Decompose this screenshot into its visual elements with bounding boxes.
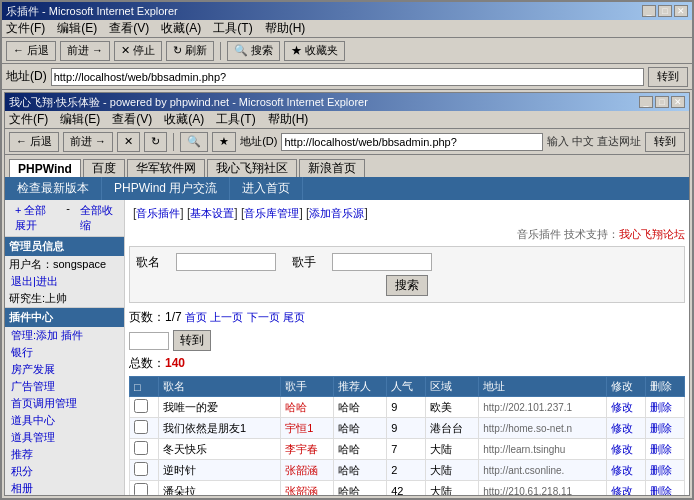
song-checkbox-3[interactable] [134,462,148,476]
plugin-realestate[interactable]: 房产发展 [5,361,124,378]
row-edit-2[interactable]: 修改 [606,439,645,460]
singer-input[interactable] [332,253,432,271]
minimize-btn[interactable]: _ [642,5,656,17]
outer-browser-window: 乐插件 - Microsoft Internet Explorer _ □ ✕ … [0,0,694,500]
next-page-link[interactable]: 下一页 [247,311,280,323]
sidebar-login-link[interactable]: 退出|进出 [5,273,124,290]
inner-restore-btn[interactable]: □ [655,96,669,108]
plugin-manage-add[interactable]: 管理:添加 插件 [5,327,124,344]
search-btn-outer[interactable]: 🔍 搜索 [227,41,280,61]
refresh-btn-outer[interactable]: ↻ 刷新 [166,41,214,61]
row-song-4: 潘朵拉 [158,481,280,496]
menu-view-inner[interactable]: 查看(V) [112,111,152,128]
breadcrumb-basic-settings[interactable]: 基本设置 [190,207,234,219]
row-edit-4[interactable]: 修改 [606,481,645,496]
row-delete-1[interactable]: 删除 [645,418,684,439]
first-page-link[interactable]: 首页 [185,311,207,323]
breadcrumb-add-music[interactable]: 添加音乐源 [309,207,364,219]
menu-file-inner[interactable]: 文件(F) [9,111,48,128]
plugin-points[interactable]: 积分 [5,463,124,480]
stop-btn-inner[interactable]: ✕ [117,132,140,152]
row-edit-3[interactable]: 修改 [606,460,645,481]
search-btn-inner[interactable]: 🔍 [180,132,208,152]
breadcrumb-music-library[interactable]: 音乐库管理 [244,207,299,219]
song-name-input[interactable] [176,253,276,271]
col-delete: 删除 [645,377,684,397]
row-checkbox [130,460,159,481]
row-checkbox [130,481,159,496]
outer-go-btn[interactable]: 转到 [648,67,688,87]
tech-support-link[interactable]: 我心飞翔论坛 [619,228,685,240]
plugin-homepage-mgr[interactable]: 首页调用管理 [5,395,124,412]
prev-page-link[interactable]: 上一页 [210,311,243,323]
song-checkbox-1[interactable] [134,420,148,434]
plugin-album[interactable]: 相册 [5,480,124,495]
nav-enter-homepage[interactable]: 进入首页 [230,177,303,200]
plugin-tools-mgr[interactable]: 道具管理 [5,429,124,446]
inner-menu-bar: 文件(F) 编辑(E) 查看(V) 收藏(A) 工具(T) 帮助(H) [5,111,689,129]
menu-tools-inner[interactable]: 工具(T) [216,111,255,128]
row-delete-2[interactable]: 删除 [645,439,684,460]
nav-check-update[interactable]: 检查最新版本 [5,177,102,200]
menu-favorites-inner[interactable]: 收藏(A) [164,111,204,128]
menu-help-inner[interactable]: 帮助(H) [268,111,309,128]
outer-toolbar: ← 后退 前进 → ✕ 停止 ↻ 刷新 🔍 搜索 ★ 收藏夹 [2,38,692,64]
table-row: 冬天快乐 李宇春 哈哈 7 大陆 http://learn.tsinghu 修改… [130,439,685,460]
inner-close-btn[interactable]: ✕ [671,96,685,108]
row-recommender-2: 哈哈 [334,439,387,460]
close-btn[interactable]: ✕ [674,5,688,17]
refresh-btn-inner[interactable]: ↻ [144,132,167,152]
last-page-link[interactable]: 尾页 [283,311,305,323]
nav-user-exchange[interactable]: PHPWind 用户交流 [102,177,230,200]
pagination: 页数：1/7 首页 上一页 下一页 尾页 [129,309,685,326]
row-song-1: 我们依然是朋友1 [158,418,280,439]
row-edit-0[interactable]: 修改 [606,397,645,418]
song-checkbox-0[interactable] [134,399,148,413]
row-delete-4[interactable]: 删除 [645,481,684,496]
inner-go-btn[interactable]: 转到 [645,132,685,152]
menu-edit-outer[interactable]: 编辑(E) [57,20,97,37]
favorites-btn-outer[interactable]: ★ 收藏夹 [284,41,345,61]
menu-file-outer[interactable]: 文件(F) [6,20,45,37]
back-btn-outer[interactable]: ← 后退 [6,41,56,61]
row-delete-0[interactable]: 删除 [645,397,684,418]
restore-btn[interactable]: □ [658,5,672,17]
menu-favorites-outer[interactable]: 收藏(A) [161,20,201,37]
favorites-btn-inner[interactable]: ★ [212,132,236,152]
search-button[interactable]: 搜索 [386,275,428,296]
song-checkbox-4[interactable] [134,483,148,495]
forward-btn-outer[interactable]: 前进 → [60,41,110,61]
tab-xinlang[interactable]: 新浪首页 [299,159,365,177]
row-song-3: 逆时针 [158,460,280,481]
tab-woxinfeixiang[interactable]: 我心飞翔社区 [207,159,297,177]
plugin-bank[interactable]: 银行 [5,344,124,361]
total-count: 140 [165,356,185,370]
plugin-tools-center[interactable]: 道具中心 [5,412,124,429]
breadcrumb-music-plugin[interactable]: 音乐插件 [136,207,180,219]
plugin-ads[interactable]: 广告管理 [5,378,124,395]
song-checkbox-2[interactable] [134,441,148,455]
breadcrumb: [音乐插件] [基本设置] [音乐库管理] [添加音乐源] [129,204,685,223]
menu-edit-inner[interactable]: 编辑(E) [60,111,100,128]
jump-input[interactable] [129,332,169,350]
menu-view-outer[interactable]: 查看(V) [109,20,149,37]
outer-address-input[interactable] [51,68,644,86]
row-delete-3[interactable]: 删除 [645,460,684,481]
plugin-recommend[interactable]: 推荐 [5,446,124,463]
tab-phpwind[interactable]: PHPWind [9,159,81,177]
tab-baidu[interactable]: 百度 [83,159,125,177]
jump-btn[interactable]: 转到 [173,330,211,351]
stop-btn-outer[interactable]: ✕ 停止 [114,41,162,61]
expand-all-link[interactable]: + 全部展开 [9,202,62,234]
row-edit-1[interactable]: 修改 [606,418,645,439]
menu-help-outer[interactable]: 帮助(H) [265,20,306,37]
forward-btn-inner[interactable]: 前进 → [63,132,113,152]
outer-address-bar: 地址(D) 转到 [2,64,692,90]
collapse-all-link[interactable]: 全部收缩 [74,202,120,234]
tab-huajun[interactable]: 华军软件网 [127,159,205,177]
row-song-0: 我唯一的爱 [158,397,280,418]
back-btn-inner[interactable]: ← 后退 [9,132,59,152]
menu-tools-outer[interactable]: 工具(T) [213,20,252,37]
inner-address-input[interactable] [281,133,542,151]
inner-minimize-btn[interactable]: _ [639,96,653,108]
